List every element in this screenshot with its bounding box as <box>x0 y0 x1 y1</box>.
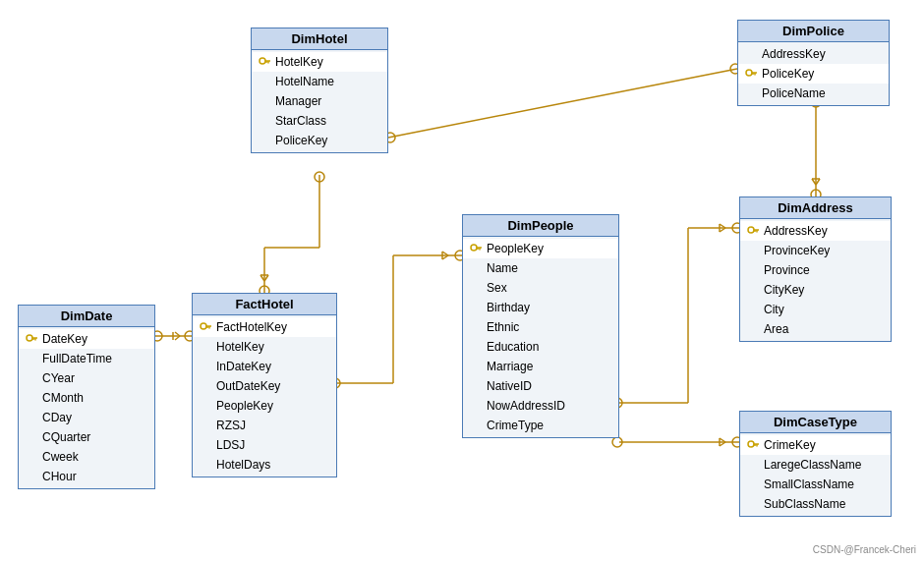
row-label: Education <box>487 340 539 354</box>
svg-line-36 <box>720 438 725 442</box>
row-label: FullDateTime <box>42 352 112 365</box>
row-label: NowAddressID <box>487 399 565 413</box>
row-label: LDSJ <box>216 438 245 452</box>
table-row: SubClassName <box>740 494 891 514</box>
svg-line-43 <box>816 179 820 185</box>
svg-point-57 <box>471 245 477 251</box>
table-row: InDateKey <box>193 357 336 376</box>
table-body-dimpeople: PeopleKeyNameSexBirthdayEthnicEducationM… <box>463 237 618 437</box>
table-header-facthotel: FactHotel <box>193 294 336 315</box>
table-row: FullDateTime <box>19 349 154 368</box>
row-label: Area <box>764 322 788 336</box>
table-body-dimpolice: AddressKey PoliceKeyPoliceName <box>738 42 889 105</box>
svg-line-37 <box>720 442 725 446</box>
table-row: Sex <box>463 278 618 298</box>
table-row: Education <box>463 337 618 357</box>
table-row: PoliceKey <box>252 131 387 150</box>
row-label: CYear <box>42 371 75 385</box>
row-label: HotelName <box>275 75 334 88</box>
table-header-dimdate: DimDate <box>19 306 154 327</box>
table-row: OutDateKey <box>193 376 336 396</box>
row-label: HotelDays <box>216 458 270 472</box>
svg-point-65 <box>748 227 754 233</box>
row-label: PeopleKey <box>216 399 273 413</box>
svg-point-69 <box>748 441 754 447</box>
table-header-dimpolice: DimPolice <box>738 21 889 42</box>
row-label: AddressKey <box>764 224 828 238</box>
row-label: CrimeKey <box>764 438 816 452</box>
row-label: CDay <box>42 411 72 424</box>
table-dimdate: DimDate DateKeyFullDateTimeCYearCMonthCD… <box>18 305 155 489</box>
table-row: Marriage <box>463 357 618 376</box>
svg-point-61 <box>746 70 752 76</box>
key-icon <box>746 438 760 452</box>
svg-line-4 <box>175 336 180 340</box>
table-row: DateKey <box>19 329 154 349</box>
row-label: Sex <box>487 281 507 295</box>
table-body-dimdate: DateKeyFullDateTimeCYearCMonthCDayCQuart… <box>19 327 154 488</box>
svg-point-49 <box>260 58 265 64</box>
svg-line-23 <box>442 255 448 259</box>
table-row: CrimeKey <box>740 435 891 455</box>
row-label: InDateKey <box>216 360 271 373</box>
table-row: CHour <box>19 467 154 486</box>
svg-line-22 <box>442 252 448 255</box>
table-row: PoliceName <box>738 84 889 103</box>
table-row: NativeID <box>463 376 618 396</box>
svg-line-31 <box>720 228 725 232</box>
table-body-dimaddress: AddressKeyProvinceKeyProvinceCityKeyCity… <box>740 219 891 341</box>
table-row: CDay <box>19 408 154 427</box>
row-label: HotelKey <box>216 340 264 354</box>
table-dimaddress: DimAddress AddressKeyProvinceKeyProvince… <box>739 196 892 342</box>
table-dimpeople: DimPeople PeopleKeyNameSexBirthdayEthnic… <box>462 214 619 438</box>
table-row: Province <box>740 260 891 280</box>
table-row: HotelName <box>252 72 387 91</box>
table-row: CMonth <box>19 388 154 408</box>
table-row: HotelDays <box>193 455 336 475</box>
row-label: PoliceKey <box>762 67 814 81</box>
table-row: PeopleKey <box>193 396 336 416</box>
table-row: Ethnic <box>463 317 618 337</box>
svg-point-53 <box>201 323 206 329</box>
row-label: PoliceKey <box>275 134 327 147</box>
table-row: PoliceKey <box>738 64 889 84</box>
table-row: CityKey <box>740 280 891 300</box>
table-row: RZSJ <box>193 416 336 435</box>
key-icon <box>199 320 212 334</box>
table-body-dimcasetype: CrimeKeyLaregeClassNameSmallClassNameSub… <box>740 433 891 516</box>
table-row: StarClass <box>252 111 387 131</box>
diagram-canvas: DimDate DateKeyFullDateTimeCYearCMonthCD… <box>0 0 924 561</box>
row-label: ProvinceKey <box>764 244 830 257</box>
table-row: LaregeClassName <box>740 455 891 475</box>
row-label: PoliceName <box>762 86 826 100</box>
table-dimcasetype: DimCaseType CrimeKeyLaregeClassNameSmall… <box>739 411 892 517</box>
table-header-dimaddress: DimAddress <box>740 197 891 219</box>
svg-point-9 <box>315 172 324 182</box>
svg-line-12 <box>264 275 268 281</box>
svg-line-11 <box>260 275 264 281</box>
row-label: Birthday <box>487 301 530 314</box>
key-icon <box>258 55 271 69</box>
row-label: LaregeClassName <box>764 458 861 472</box>
table-row: Manager <box>252 91 387 111</box>
row-label: OutDateKey <box>216 379 280 393</box>
row-label: City <box>764 303 784 316</box>
svg-point-34 <box>612 437 622 447</box>
row-label: CQuarter <box>42 430 90 444</box>
table-dimhotel: DimHotel HotelKeyHotelNameManagerStarCla… <box>251 28 388 153</box>
row-label: CityKey <box>764 283 804 297</box>
key-icon <box>25 332 38 346</box>
table-header-dimpeople: DimPeople <box>463 215 618 237</box>
table-row: LDSJ <box>193 435 336 455</box>
row-label: SmallClassName <box>764 477 854 491</box>
svg-line-3 <box>175 332 180 336</box>
row-label: SubClassName <box>764 497 845 511</box>
table-header-dimcasetype: DimCaseType <box>740 412 891 433</box>
table-row: City <box>740 300 891 319</box>
table-row: CYear <box>19 368 154 388</box>
table-row: HotelKey <box>252 52 387 72</box>
table-dimpolice: DimPoliceAddressKey PoliceKeyPoliceName <box>737 20 890 106</box>
row-label: CMonth <box>42 391 84 405</box>
table-row: SmallClassName <box>740 475 891 494</box>
table-body-facthotel: FactHotelKeyHotelKeyInDateKeyOutDateKeyP… <box>193 315 336 477</box>
